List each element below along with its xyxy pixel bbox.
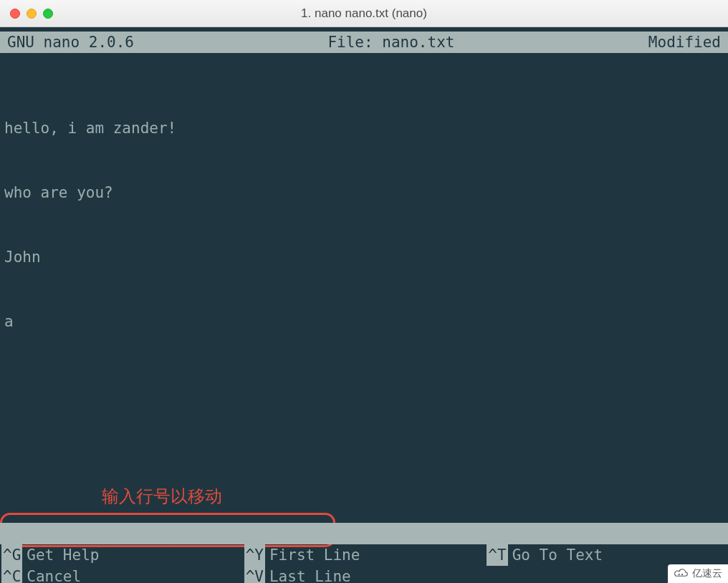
- shortcut-key: ^G: [1, 544, 22, 566]
- content-line: who are you?: [4, 182, 724, 203]
- window-title: 1. nano nano.txt (nano): [301, 6, 427, 21]
- shortcut-go-to-text[interactable]: ^T Go To Text: [485, 544, 728, 566]
- watermark-badge: 亿速云: [668, 564, 728, 583]
- svg-point-0: [679, 574, 680, 575]
- svg-point-1: [681, 574, 683, 575]
- shortcut-cancel[interactable]: ^C Cancel: [0, 566, 243, 583]
- watermark-text: 亿速云: [692, 567, 722, 580]
- shortcut-label: Go To Text: [512, 544, 603, 566]
- shortcut-last-line[interactable]: ^V Last Line: [243, 566, 486, 583]
- goto-line-prompt[interactable]: Enter line number, column number: 2: [0, 523, 728, 544]
- content-line: hello, i am zander!: [4, 117, 724, 139]
- shortcut-key: ^T: [487, 544, 507, 566]
- fullscreen-window-icon[interactable]: [43, 9, 53, 19]
- nano-modified: Modified: [648, 32, 721, 53]
- shortcut-get-help[interactable]: ^G Get Help: [0, 544, 243, 566]
- terminal-area[interactable]: GNU nano 2.0.6 File: nano.txt Modified h…: [0, 32, 728, 583]
- cloud-icon: [674, 568, 689, 579]
- mac-titlebar: 1. nano nano.txt (nano): [0, 0, 728, 27]
- nano-header: GNU nano 2.0.6 File: nano.txt Modified: [0, 32, 728, 53]
- editor-content[interactable]: hello, i am zander! who are you? John a: [0, 53, 728, 375]
- annotation-label: 输入行号以移动: [102, 486, 222, 507]
- shortcut-label: Get Help: [27, 544, 99, 566]
- close-window-icon[interactable]: [10, 9, 20, 19]
- minimize-window-icon[interactable]: [27, 9, 37, 19]
- shortcut-key: ^Y: [244, 544, 265, 566]
- nano-version: GNU nano 2.0.6: [7, 32, 134, 53]
- shortcut-label: First Line: [269, 544, 360, 566]
- shortcut-key: ^C: [1, 566, 22, 583]
- nano-file-label: File: nano.txt: [327, 32, 454, 53]
- shortcut-key: ^V: [244, 566, 265, 583]
- shortcut-bar: ^G Get Help ^Y First Line ^T Go To Text …: [0, 544, 728, 583]
- shortcut-label: Cancel: [27, 566, 81, 583]
- shortcut-first-line[interactable]: ^Y First Line: [243, 544, 486, 566]
- shortcut-label: Last Line: [269, 566, 351, 583]
- content-line: John: [4, 246, 724, 268]
- content-line: a: [4, 311, 724, 332]
